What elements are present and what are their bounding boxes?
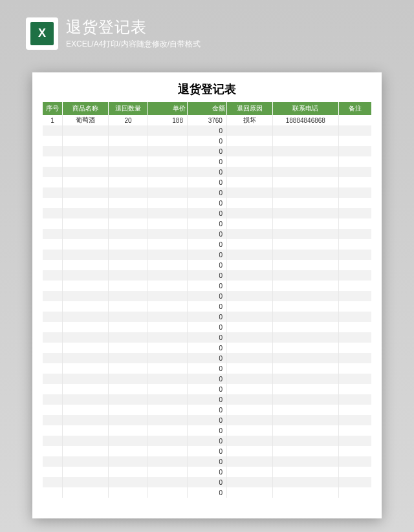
table-row: 0 xyxy=(43,322,371,332)
cell-name xyxy=(62,291,108,301)
cell-seq xyxy=(43,136,62,146)
cell-name xyxy=(62,322,108,332)
cell-note xyxy=(338,250,371,260)
table-row: 0 xyxy=(43,343,371,353)
cell-reason xyxy=(226,187,272,198)
col-name-header: 商品名称 xyxy=(62,102,108,115)
excel-icon: X xyxy=(26,17,58,50)
cell-price: 188 xyxy=(148,115,188,125)
cell-name xyxy=(62,456,108,467)
cell-qty xyxy=(109,446,148,456)
cell-phone xyxy=(273,322,339,332)
cell-name xyxy=(62,187,108,198)
cell-price xyxy=(148,384,188,394)
cell-seq xyxy=(43,322,62,332)
header-text-block: 退货登记表 EXCEL/A4打印/内容随意修改/自带格式 xyxy=(66,17,201,50)
cell-price xyxy=(148,198,188,208)
cell-name xyxy=(62,177,108,187)
cell-reason xyxy=(226,374,272,384)
cell-reason xyxy=(226,332,272,343)
cell-note xyxy=(338,229,371,239)
cell-amount: 0 xyxy=(187,353,226,363)
cell-name: 葡萄酒 xyxy=(62,115,108,125)
cell-qty xyxy=(109,394,148,405)
cell-amount: 0 xyxy=(187,374,226,384)
col-price-header: 单价 xyxy=(148,102,188,115)
cell-amount: 0 xyxy=(187,291,226,301)
table-row: 0 xyxy=(43,146,371,156)
cell-qty xyxy=(109,167,148,177)
cell-name xyxy=(62,353,108,363)
cell-reason xyxy=(226,425,272,436)
cell-note xyxy=(338,115,371,125)
cell-amount: 0 xyxy=(187,415,226,425)
cell-phone xyxy=(273,125,339,136)
cell-qty xyxy=(109,198,148,208)
cell-note xyxy=(338,198,371,208)
table-row: 0 xyxy=(43,363,371,374)
cell-price xyxy=(148,332,188,343)
cell-note xyxy=(338,146,371,156)
cell-note xyxy=(338,312,371,322)
cell-note xyxy=(338,363,371,374)
table-row: 1葡萄酒201883760损坏18884846868 xyxy=(43,115,371,125)
cell-qty xyxy=(109,301,148,312)
cell-amount: 0 xyxy=(187,125,226,136)
cell-qty xyxy=(109,239,148,250)
cell-price xyxy=(148,281,188,291)
cell-amount: 0 xyxy=(187,187,226,198)
cell-price xyxy=(148,218,188,229)
cell-note xyxy=(338,332,371,343)
cell-name xyxy=(62,363,108,374)
cell-name xyxy=(62,260,108,270)
cell-seq xyxy=(43,218,62,229)
cell-amount: 0 xyxy=(187,436,226,446)
cell-qty xyxy=(109,187,148,198)
cell-seq xyxy=(43,405,62,415)
cell-amount: 0 xyxy=(187,363,226,374)
cell-seq xyxy=(43,208,62,218)
cell-phone xyxy=(273,156,339,167)
cell-name xyxy=(62,156,108,167)
cell-amount: 0 xyxy=(187,487,226,498)
table-row: 0 xyxy=(43,136,371,146)
cell-qty xyxy=(109,363,148,374)
cell-name xyxy=(62,467,108,477)
cell-qty xyxy=(109,156,148,167)
table-row: 0 xyxy=(43,446,371,456)
table-row: 0 xyxy=(43,456,371,467)
table-row: 0 xyxy=(43,436,371,446)
cell-amount: 0 xyxy=(187,332,226,343)
cell-qty xyxy=(109,250,148,260)
cell-qty xyxy=(109,177,148,187)
cell-qty xyxy=(109,332,148,343)
cell-phone xyxy=(273,260,339,270)
cell-note xyxy=(338,384,371,394)
header-title: 退货登记表 xyxy=(66,17,201,37)
cell-note xyxy=(338,405,371,415)
cell-amount: 0 xyxy=(187,156,226,167)
cell-seq xyxy=(43,436,62,446)
cell-seq xyxy=(43,374,62,384)
table-row: 0 xyxy=(43,405,371,415)
cell-qty xyxy=(109,218,148,229)
cell-qty xyxy=(109,374,148,384)
cell-qty xyxy=(109,322,148,332)
cell-name xyxy=(62,167,108,177)
cell-phone xyxy=(273,198,339,208)
table-row: 0 xyxy=(43,487,371,498)
cell-reason xyxy=(226,487,272,498)
cell-price xyxy=(148,363,188,374)
cell-reason xyxy=(226,270,272,281)
cell-price xyxy=(148,239,188,250)
cell-seq xyxy=(43,446,62,456)
cell-phone xyxy=(273,229,339,239)
table-row: 0 xyxy=(43,260,371,270)
cell-reason xyxy=(226,260,272,270)
cell-amount: 0 xyxy=(187,322,226,332)
cell-price xyxy=(148,301,188,312)
cell-seq xyxy=(43,312,62,322)
cell-qty xyxy=(109,467,148,477)
cell-price xyxy=(148,125,188,136)
cell-reason xyxy=(226,384,272,394)
